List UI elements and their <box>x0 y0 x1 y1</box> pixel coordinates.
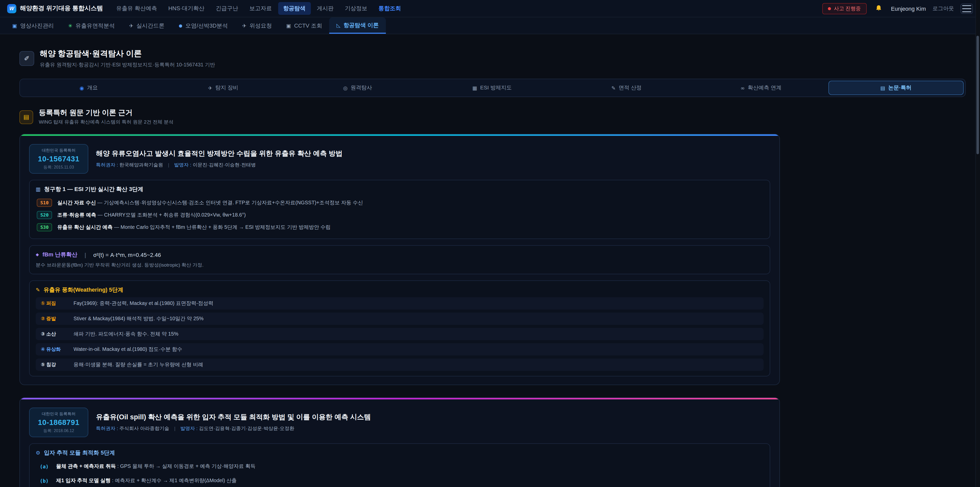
weathering-row: ② 증발 Stiver & Mackay(1984) 해석적 방법. 수일~10… <box>36 313 764 325</box>
card-accent-bar <box>20 398 780 399</box>
nav-item-board[interactable]: 게시판 <box>312 2 339 15</box>
weathering-desc: Fay(1969): 중력-관성력, Mackay et al.(1980) 표… <box>73 300 213 307</box>
weathering-box: ✎ 유출유 풍화(Weathering) 5단계 ① 퍼짐 Fay(1969):… <box>29 280 770 377</box>
patent1-meta: 특허권자 : 한국해양과학기술원 | 발명자 : 이문진·김혜진·이승현·전태병 <box>96 162 342 169</box>
subtab-label: 유출유면적분석 <box>76 22 115 29</box>
ruler-icon: ◺ <box>336 22 340 28</box>
step-lead: 조류·취송류 예측 <box>57 212 96 217</box>
tab-area-calculation[interactable]: ✎ 면적 산정 <box>559 81 694 95</box>
document-icon: ▤ <box>880 85 885 91</box>
inventor-value: 김도연·김용혁·김종기·김성운·박상윤·오정환 <box>199 425 294 431</box>
weathering-desc: Stiver & Mackay(1984) 해석적 방법. 수일~10일간 약 … <box>73 315 204 322</box>
tab-label: 개요 <box>87 84 98 91</box>
subtab-label: 항공탐색 이론 <box>344 21 379 29</box>
step-lead: 물체 관측 + 예측자료 취득 <box>56 463 116 469</box>
weathering-badge: ② 증발 <box>41 315 67 322</box>
antenna-icon: ◎ <box>343 85 347 91</box>
patent-number: 10-1567431 <box>35 155 83 163</box>
step-badge-a: (a) <box>40 463 51 469</box>
tab-label: 논문·특허 <box>888 84 912 91</box>
step-desc: — Monte Carlo 입자추적 + fBm 난류확산 + 풍화 5단계 →… <box>114 224 331 230</box>
open-book-icon: ▥ <box>36 187 41 192</box>
nav-item-reports[interactable]: 보고자료 <box>244 2 277 15</box>
incident-badge-label: 사고 진행중 <box>834 5 861 12</box>
weathering-row: ③ 소산 쇄파 기반. 파도에너지·풍속 함수. 전체 약 15% <box>36 328 764 340</box>
tab-label: 확산예측 연계 <box>748 84 781 91</box>
subtab-image-photo-management[interactable]: ▣ 영상사진관리 <box>5 18 61 34</box>
inventor-value: 이문진·김혜진·이승현·전태병 <box>192 162 256 168</box>
owner-label: 특허권자 : <box>96 162 118 168</box>
weathering-row: ① 퍼짐 Fay(1969): 중력-관성력, Mackay et al.(19… <box>36 297 764 310</box>
subtab-oil-area-analysis[interactable]: ✳ 유출유면적분석 <box>61 18 122 34</box>
patent-reg-date: 등록: 2018.06.12 <box>35 428 83 434</box>
brand-logo-icon: W <box>7 4 16 13</box>
tab-detection-equipment[interactable]: ✈ 탐지 장비 <box>156 81 290 95</box>
patent2-title: 유출유(Oil spill) 확산 예측을 위한 입자 추적 모듈 최적화 방법… <box>96 413 371 422</box>
tab-label: 면적 산정 <box>619 84 641 91</box>
diamond-icon: ◆ <box>36 252 39 257</box>
map-icon: ▦ <box>473 85 477 91</box>
subtab-satellite-request[interactable]: ✈ 위성요청 <box>235 18 279 34</box>
section-header: ▤ 등록특허 원문 기반 이론 근거 WING 탑재 유출유 확산예측 시스템의… <box>19 108 966 126</box>
tab-papers-patents[interactable]: ▤ 논문·특허 <box>828 81 964 95</box>
weathering-badge: ④ 유상화 <box>41 346 67 353</box>
subtab-label: 오염/선박3D분석 <box>185 22 228 29</box>
owner-value: 주식회사 아라종합기술 <box>119 425 169 431</box>
notification-bell-icon[interactable] <box>873 3 884 14</box>
patent-registry-label: 대한민국 등록특허 <box>35 411 83 417</box>
optimization-step-row: (a) 물체 관측 + 예측자료 취득 : GPS 물체 투하 → 실제 이동경… <box>36 460 764 473</box>
pencil-icon: ✎ <box>611 85 616 91</box>
scrollbar-thumb[interactable] <box>977 36 979 154</box>
page-title: 해양 항공탐색·원격탐사 이론 <box>40 48 215 59</box>
nav-item-emergency-rescue[interactable]: 긴급구난 <box>210 2 243 15</box>
nav-item-integrated-search[interactable]: 통합조회 <box>373 2 406 15</box>
app-viewport: W 해양환경 위기대응 통합시스템 유출유 확산예측 HNS·대기확산 긴급구난… <box>0 0 980 487</box>
step-badge-b: (b) <box>40 478 51 484</box>
step-badge-s10: S10 <box>37 199 52 207</box>
plane-icon: ✈ <box>208 85 212 91</box>
patent2-header: 대한민국 등록특허 10-1868791 등록: 2018.06.12 유출유(… <box>29 407 770 437</box>
page-header: ✐ 해양 항공탐색·원격탐사 이론 유출유 원격탐지·항공감시 기반·ESI 방… <box>19 48 966 69</box>
drone-icon: ✈ <box>129 23 134 28</box>
subtab-aerial-search-theory[interactable]: ◺ 항공탐색 이론 <box>329 18 386 34</box>
step-lead: 제1 입자 추적 모델 실행 <box>56 477 110 483</box>
logout-button[interactable]: 로그아웃 <box>932 5 954 12</box>
owner-value: 한국해양과학기술원 <box>119 162 163 168</box>
meta-divider: | <box>168 162 169 168</box>
tab-label: ESI 방제지도 <box>480 84 512 91</box>
link-icon: ∞ <box>740 85 745 91</box>
book-icon: ▤ <box>19 110 33 124</box>
weathering-badge: ③ 소산 <box>41 331 67 337</box>
scrollbar[interactable] <box>975 0 980 487</box>
menu-icon[interactable] <box>961 3 973 14</box>
subtab-cctv-view[interactable]: ▣ CCTV 조회 <box>279 18 329 34</box>
inventor-label: 발명자 : <box>174 162 191 168</box>
claim-step-row: S20 조류·취송류 예측 — CHARRY모델 조화분석 + 취송류 경험식(… <box>36 209 764 221</box>
subtab-label: 위성요청 <box>249 22 272 29</box>
flower-icon: ✳ <box>68 23 73 28</box>
step-lead: 유출유 확산 실시간 예측 <box>57 224 113 230</box>
tab-overview[interactable]: ◉ 개요 <box>21 81 156 95</box>
patent-registry-label: 대한민국 등록특허 <box>35 148 83 153</box>
nav-item-weather-info[interactable]: 기상정보 <box>340 2 372 15</box>
nav-item-oil-spill-prediction[interactable]: 유출유 확산예측 <box>111 2 162 15</box>
tab-esi-map[interactable]: ▦ ESI 방제지도 <box>425 81 559 95</box>
patent-number: 10-1868791 <box>35 418 83 426</box>
incident-status-badge[interactable]: 사고 진행중 <box>822 3 866 14</box>
step-desc: — CHARRY모델 조화분석 + 취송류 경험식(0.029×Vw, θw+1… <box>97 212 246 217</box>
tab-remote-sensing[interactable]: ◎ 원격탐사 <box>290 81 425 95</box>
theory-tab-strip: ◉ 개요 ✈ 탐지 장비 ◎ 원격탐사 ▦ ESI 방제지도 ✎ 면적 산정 ∞… <box>19 79 966 97</box>
owner-label: 특허권자 : <box>96 425 118 431</box>
patent-card-1: 대한민국 등록특허 10-1567431 등록: 2015.11.03 해양 유… <box>19 134 780 385</box>
step-desc: : 예측자료 + 확산계수 → 제1 예측변위량(ΔModel) 산출 <box>112 477 237 483</box>
weathering-desc: 용해·미생물 분해. 질량 손실률 = 초기 누유량에 선형 비례 <box>73 361 203 368</box>
tab-diffusion-link[interactable]: ∞ 확산예측 연계 <box>694 81 828 95</box>
brand[interactable]: W 해양환경 위기대응 통합시스템 <box>7 4 103 13</box>
nav-item-aerial-search[interactable]: 항공탐색 <box>278 2 310 15</box>
sub-navbar: ▣ 영상사진관리 ✳ 유출유면적분석 ✈ 실시간드론 ● 오염/선박3D분석 ✈… <box>0 18 980 34</box>
subtab-pollution-ship-3d[interactable]: ● 오염/선박3D분석 <box>172 18 235 34</box>
user-name[interactable]: Eunjeong Kim <box>891 5 926 11</box>
nav-item-hns-diffusion[interactable]: HNS·대기확산 <box>163 2 210 15</box>
subtab-realtime-drone[interactable]: ✈ 실시간드론 <box>122 18 172 34</box>
pencil-icon: ✎ <box>36 287 40 293</box>
